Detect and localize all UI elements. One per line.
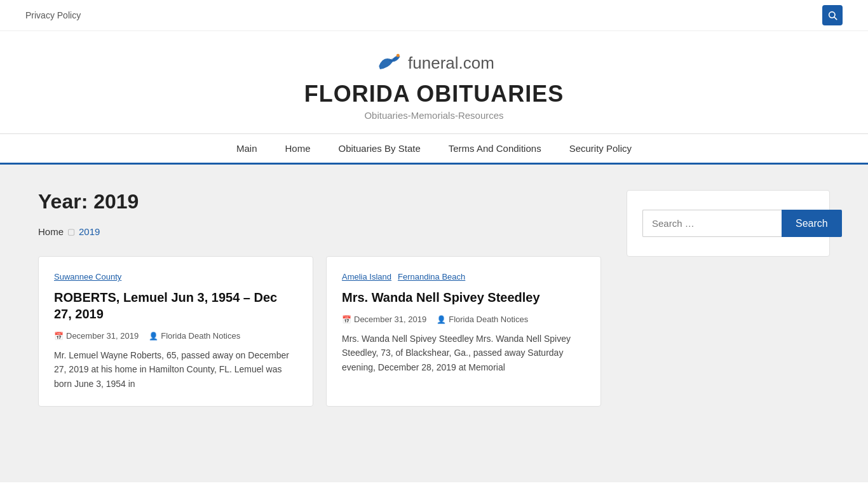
card-2-meta: 📅 December 31, 2019 👤 Florida Death Noti… [342,315,585,324]
card-2-tags: Amelia Island Fernandina Beach [342,272,585,281]
card-1-author: 👤 Florida Death Notices [149,331,240,341]
breadcrumb-year[interactable]: 2019 [79,226,100,237]
svg-line-1 [834,17,837,20]
card-1-tag-0[interactable]: Suwannee County [54,272,121,281]
site-tagline: Obituaries-Memorials-Resources [13,110,855,121]
person-icon: 👤 [149,332,158,341]
breadcrumb-separator: ▢ [67,227,75,236]
card-2-excerpt: Mrs. Wanda Nell Spivey Steedley Mrs. Wan… [342,332,585,374]
card-1-tags: Suwannee County [54,272,297,281]
card-2-author: 👤 Florida Death Notices [437,315,528,324]
search-icon-top[interactable] [822,5,843,25]
nav-item-home[interactable]: Home [271,134,324,163]
breadcrumb-home[interactable]: Home [38,226,64,237]
logo-text: funeral.com [408,53,494,73]
card-1: Suwannee County ROBERTS, Lemuel Jun 3, 1… [38,256,313,407]
card-2: Amelia Island Fernandina Beach Mrs. Wand… [326,256,601,407]
search-input[interactable] [642,210,782,237]
main-content: Year: 2019 Home ▢ 2019 Suwannee County R… [38,190,601,457]
main-nav: Main Home Obituaries By State Terms And … [0,133,868,165]
site-header: funeral.com FLORIDA OBITUARIES Obituarie… [0,31,868,133]
card-1-meta: 📅 December 31, 2019 👤 Florida Death Noti… [54,331,297,341]
svg-point-2 [397,54,400,57]
year-heading: Year: 2019 [38,190,601,214]
card-2-tag-1[interactable]: Fernandina Beach [398,272,465,281]
sidebar: Search [627,190,830,457]
top-bar: Privacy Policy [0,0,868,31]
page-wrapper: Year: 2019 Home ▢ 2019 Suwannee County R… [0,165,868,482]
nav-item-security[interactable]: Security Policy [555,134,646,163]
card-2-tag-0[interactable]: Amelia Island [342,272,391,281]
card-1-excerpt: Mr. Lemuel Wayne Roberts, 65, passed awa… [54,348,297,391]
breadcrumb: Home ▢ 2019 [38,226,601,237]
site-title: FLORIDA OBITUARIES [13,81,855,107]
person-icon-2: 👤 [437,315,446,324]
calendar-icon-2: 📅 [342,315,351,324]
logo-bird-icon [374,50,405,76]
nav-item-obituaries-by-state[interactable]: Obituaries By State [325,134,435,163]
nav-item-terms[interactable]: Terms And Conditions [435,134,555,163]
calendar-icon: 📅 [54,332,64,341]
logo-area: funeral.com [13,50,855,76]
cards-grid: Suwannee County ROBERTS, Lemuel Jun 3, 1… [38,256,601,407]
search-widget: Search [627,190,830,257]
nav-item-main[interactable]: Main [222,134,271,163]
search-form: Search [642,210,814,237]
card-2-title: Mrs. Wanda Nell Spivey Steedley [342,289,585,306]
card-1-title: ROBERTS, Lemuel Jun 3, 1954 – Dec 27, 20… [54,289,297,322]
card-1-date: 📅 December 31, 2019 [54,331,139,341]
search-button[interactable]: Search [782,210,842,237]
year-value: 2019 [93,190,139,213]
card-2-date: 📅 December 31, 2019 [342,315,426,324]
privacy-policy-link[interactable]: Privacy Policy [25,10,81,20]
